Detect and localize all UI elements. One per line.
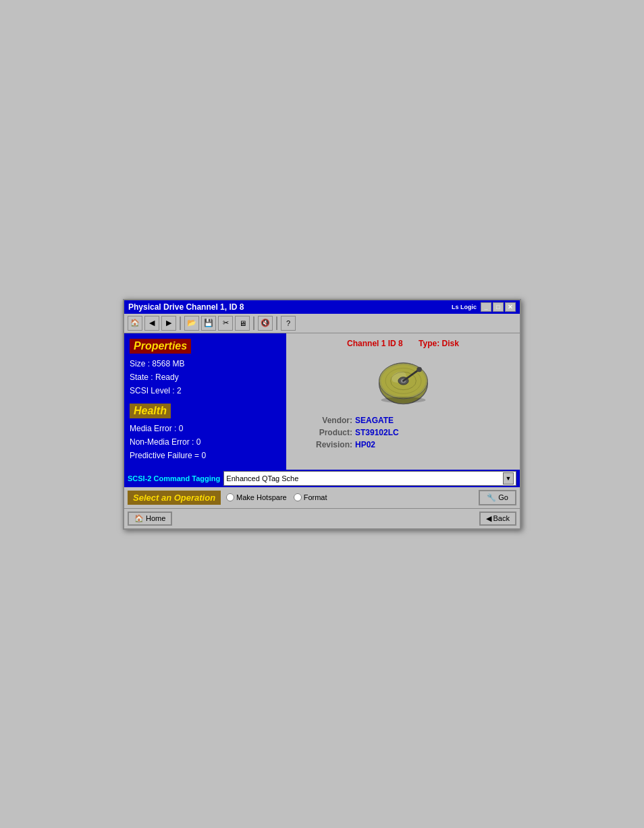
media-error-row: Media Error : 0 (130, 424, 281, 433)
state-row: State : Ready (130, 372, 281, 382)
back-toolbar-button[interactable]: ◀ (144, 316, 159, 331)
predictive-failure-value: 0 (201, 451, 206, 460)
delete-toolbar-button[interactable]: ✂ (218, 316, 233, 331)
monitor-toolbar-button[interactable]: 🖥 (235, 316, 250, 331)
toolbar-separator-3 (276, 316, 277, 330)
go-button[interactable]: 🔧 Go (479, 490, 516, 505)
state-label: State : (130, 372, 153, 382)
format-radio[interactable] (294, 493, 302, 501)
format-option[interactable]: Format (294, 493, 327, 501)
state-value: Ready (155, 372, 179, 382)
home-button[interactable]: 🏠 Home (128, 512, 172, 526)
drive-info-header: Channel 1 ID 8 Type: Disk (292, 339, 514, 348)
sound-toolbar-button[interactable]: 🔇 (258, 316, 273, 331)
vendor-row: Vendor: SEAGATE (305, 416, 514, 425)
product-row: Product: ST39102LC (305, 428, 514, 437)
type-label: Type: Disk (419, 339, 459, 348)
back-button[interactable]: ◀ Back (479, 512, 516, 526)
properties-title: Properties (130, 339, 191, 354)
scsi-level-value: 2 (177, 386, 182, 395)
scsi-dropdown[interactable]: Enhanced QTag Sche ▼ (223, 471, 516, 486)
toolbar-separator-1 (180, 316, 181, 330)
disk-image (375, 352, 432, 409)
forward-toolbar-button[interactable]: ▶ (161, 316, 176, 331)
dropdown-arrow[interactable]: ▼ (503, 472, 514, 485)
toolbar: 🏠 ◀ ▶ 📂 💾 ✂ 🖥 🔇 ? (124, 314, 520, 333)
go-label: Go (498, 493, 508, 501)
make-hotspare-radio[interactable] (226, 493, 234, 501)
scsi-label: SCSI-2 Command Tagging (128, 474, 220, 482)
logo: Ls Logic (449, 302, 479, 312)
help-toolbar-button[interactable]: ? (281, 316, 296, 331)
make-hotspare-option[interactable]: Make Hotspare (226, 493, 287, 501)
scsi-level-label: SCSI Level : (130, 386, 175, 395)
save-toolbar-button[interactable]: 💾 (201, 316, 216, 331)
predictive-failure-label: Predictive Failure = (130, 451, 199, 460)
media-error-value: 0 (179, 424, 184, 433)
svg-point-7 (417, 366, 422, 372)
revision-value: HP02 (355, 440, 375, 449)
bottom-section: SCSI-2 Command Tagging Enhanced QTag Sch… (124, 470, 520, 508)
left-panel: Properties Size : 8568 MB State : Ready … (124, 333, 286, 470)
right-panel: Channel 1 ID 8 Type: Disk (286, 333, 520, 470)
scsi-level-row: SCSI Level : 2 (130, 386, 281, 395)
dropdown-value: Enhanced QTag Sche (226, 474, 298, 482)
size-value: 8568 MB (152, 359, 184, 368)
back-icon: ◀ (486, 514, 491, 523)
non-media-error-label: Non-Media Error : (130, 437, 194, 447)
back-label: Back (493, 514, 510, 522)
toolbar-separator-2 (253, 316, 254, 330)
non-media-error-row: Non-Media Error : 0 (130, 437, 281, 447)
product-value: ST39102LC (355, 428, 399, 437)
non-media-error-value: 0 (196, 437, 201, 447)
disk-svg (375, 352, 432, 409)
vendor-label: Vendor: (305, 416, 352, 425)
revision-label: Revision: (305, 440, 352, 449)
size-row: Size : 8568 MB (130, 359, 281, 368)
title-bar-buttons: Ls Logic _ □ ✕ (449, 302, 516, 312)
make-hotspare-label: Make Hotspare (236, 493, 287, 501)
revision-row: Revision: HP02 (305, 440, 514, 449)
open-toolbar-button[interactable]: 📂 (184, 316, 199, 331)
minimize-button[interactable]: _ (481, 302, 491, 312)
close-button[interactable]: ✕ (505, 302, 516, 312)
footer-bar: 🏠 Home ◀ Back (124, 508, 520, 528)
health-title: Health (130, 404, 171, 418)
window-title: Physical Drive Channel 1, ID 8 (128, 302, 244, 312)
radio-group: Make Hotspare Format (226, 493, 479, 501)
go-icon: 🔧 (487, 493, 496, 502)
scsi-row: SCSI-2 Command Tagging Enhanced QTag Sch… (124, 470, 520, 487)
channel-label: Channel 1 ID 8 (347, 339, 403, 348)
format-label: Format (304, 493, 327, 501)
home-label: Home (146, 514, 165, 522)
main-window: Physical Drive Channel 1, ID 8 Ls Logic … (123, 299, 521, 530)
drive-details: Vendor: SEAGATE Product: ST39102LC Revis… (292, 416, 514, 452)
content-area: Properties Size : 8568 MB State : Ready … (124, 333, 520, 470)
predictive-failure-row: Predictive Failure = 0 (130, 451, 281, 460)
vendor-value: SEAGATE (355, 416, 394, 425)
media-error-label: Media Error : (130, 424, 176, 433)
svg-point-10 (381, 397, 425, 403)
home-icon: 🏠 (134, 514, 144, 523)
product-label: Product: (305, 428, 352, 437)
size-label: Size : (130, 359, 150, 368)
title-bar: Physical Drive Channel 1, ID 8 Ls Logic … (124, 300, 520, 314)
select-operation-button[interactable]: Select an Operation (128, 491, 221, 505)
maximize-button[interactable]: □ (493, 302, 504, 312)
operations-row: Select an Operation Make Hotspare Format… (124, 487, 520, 508)
home-toolbar-button[interactable]: 🏠 (128, 316, 142, 331)
